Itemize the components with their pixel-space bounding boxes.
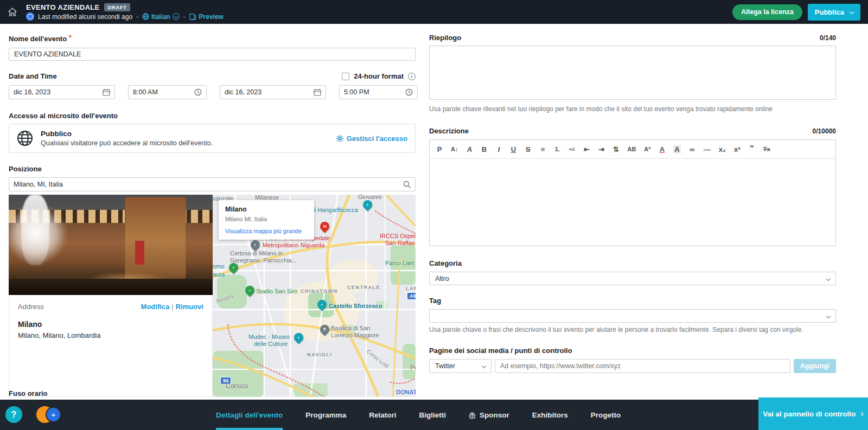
info-icon[interactable]: i bbox=[408, 73, 416, 80]
location-search-field[interactable] bbox=[9, 177, 416, 191]
decrease-indent-icon[interactable]: ⇤ bbox=[583, 145, 590, 153]
event-title: EVENTO AZIENDALE bbox=[26, 3, 100, 11]
draft-status-badge: DRAFT bbox=[104, 3, 131, 11]
start-date-field[interactable] bbox=[9, 85, 115, 99]
add-social-button[interactable]: Aggiungi bbox=[794, 359, 836, 373]
description-label: Descrizione bbox=[429, 127, 469, 135]
map-label-poi: omo bbox=[213, 263, 224, 269]
map-label-area: NAVIGLI bbox=[307, 352, 332, 357]
social-network-select[interactable]: Twitter bbox=[429, 359, 492, 373]
map-label-area: CENTRALE bbox=[347, 285, 380, 290]
sponsor-icon bbox=[469, 412, 476, 419]
editor-toolbar: P A↕ A B I U S ≡ 1. •≡ ⇤ ⇥ ⇅ AB Aª A A ∞… bbox=[430, 140, 835, 159]
address-full: Milano, Milano, Lombardia bbox=[18, 331, 203, 339]
horizontal-rule-icon[interactable]: — bbox=[704, 145, 711, 153]
clear-format-icon[interactable]: Tx bbox=[763, 146, 770, 152]
calendar-icon bbox=[103, 88, 110, 96]
last-modified-text: Last modified alcuni secondi ago bbox=[38, 13, 132, 21]
clock-icon bbox=[194, 88, 202, 96]
strikethrough-icon[interactable]: S bbox=[525, 145, 531, 153]
map-label-hospital: San Raffae bbox=[385, 240, 415, 246]
datetime-label: Date and Time bbox=[9, 72, 57, 80]
map-label: Lorenzo Maggiore bbox=[331, 332, 379, 338]
globe-icon bbox=[17, 130, 33, 146]
tab-sponsors[interactable]: Sponsor bbox=[469, 400, 509, 430]
map-label-hospital: IRCCS Ospeda bbox=[380, 233, 416, 239]
attach-license-button[interactable]: Allega la licenza bbox=[732, 4, 802, 20]
language-chevron-icon bbox=[173, 13, 180, 20]
category-label: Categoria bbox=[429, 259, 836, 267]
bold-icon[interactable]: B bbox=[481, 145, 487, 153]
unordered-list-icon[interactable]: •≡ bbox=[569, 146, 575, 152]
superscript-icon[interactable]: x² bbox=[734, 145, 741, 153]
end-date-field[interactable] bbox=[220, 85, 326, 99]
preview-link[interactable]: Preview bbox=[189, 13, 224, 21]
map-label-area: CHINATOWN bbox=[301, 288, 338, 294]
text-wrap-icon[interactable]: AB bbox=[627, 146, 636, 152]
paragraph-format-icon[interactable]: P bbox=[436, 145, 443, 153]
footer-tabs: Dettagli dell'evento Programma Relatori … bbox=[216, 400, 621, 430]
remove-address-link[interactable]: Rimuovi bbox=[176, 303, 203, 311]
tab-exhibitors[interactable]: Exhibitors bbox=[532, 400, 568, 430]
map-label-area: LAMBR bbox=[406, 286, 416, 291]
tab-tickets[interactable]: Biglietti bbox=[419, 400, 446, 430]
chevron-down-icon bbox=[826, 313, 831, 318]
italic-icon[interactable]: I bbox=[495, 145, 502, 153]
tab-speakers[interactable]: Relatori bbox=[369, 400, 396, 430]
blockquote-icon[interactable]: ” bbox=[749, 144, 755, 154]
highlight-color-icon[interactable]: A bbox=[673, 145, 680, 153]
event-name-input[interactable] bbox=[9, 48, 416, 61]
tab-event-details[interactable]: Dettagli dell'evento bbox=[216, 400, 283, 430]
map-label-town: Corsico bbox=[226, 382, 248, 390]
social-url-input[interactable] bbox=[495, 359, 790, 373]
google-map[interactable]: Baranzate Milanese Giovanni lli HangarBi… bbox=[213, 195, 416, 397]
increase-indent-icon[interactable]: ⇥ bbox=[598, 145, 604, 153]
tags-select[interactable] bbox=[429, 309, 836, 323]
go-to-dashboard-button[interactable]: Vai al pannello di controllo › bbox=[758, 397, 868, 430]
align-icon[interactable]: ≡ bbox=[539, 145, 546, 153]
tags-label: Tag bbox=[429, 297, 836, 305]
subscript-icon[interactable]: x₂ bbox=[719, 145, 726, 153]
top-bar: EVENTO AZIENDALE DRAFT Last modified alc… bbox=[0, 0, 868, 24]
manage-access-link[interactable]: Gestisci l'accesso bbox=[336, 134, 407, 143]
add-user-button[interactable]: + bbox=[46, 407, 61, 422]
view-larger-map-link[interactable]: Visualizza mappa più grande bbox=[225, 228, 308, 234]
font-size-icon[interactable]: A↕ bbox=[451, 146, 458, 152]
access-card: Pubblico Qualsiasi visitatore può accede… bbox=[9, 124, 416, 153]
description-content[interactable] bbox=[430, 159, 835, 246]
home-icon[interactable] bbox=[5, 5, 20, 19]
access-type: Pubblico bbox=[41, 130, 213, 138]
chevron-down-icon bbox=[826, 276, 831, 280]
map-label: Garegnano. Parrocchia... bbox=[230, 257, 297, 264]
24-hour-format-checkbox[interactable] bbox=[342, 73, 349, 80]
tags-hint: Usa parole chiave o frasi che descrivono… bbox=[429, 326, 836, 333]
globe-icon bbox=[142, 13, 149, 20]
font-family-icon[interactable]: A bbox=[466, 145, 473, 153]
ordered-list-icon[interactable]: 1. bbox=[554, 146, 560, 152]
gear-icon bbox=[336, 135, 343, 142]
help-button[interactable]: ? bbox=[5, 406, 22, 423]
map-label: Basilica di San bbox=[331, 325, 370, 331]
language-selector[interactable]: Italian bbox=[142, 13, 180, 21]
address-label: Address bbox=[18, 303, 44, 311]
tab-agenda[interactable]: Programma bbox=[305, 400, 346, 430]
end-time-field[interactable] bbox=[339, 85, 418, 99]
category-select[interactable]: Altro bbox=[429, 272, 836, 285]
bottom-bar: ? + Dettagli dell'evento Programma Relat… bbox=[0, 400, 868, 430]
start-time-field[interactable] bbox=[128, 85, 207, 99]
link-icon[interactable]: ∞ bbox=[689, 145, 695, 153]
publish-button[interactable]: Pubblica bbox=[808, 4, 860, 21]
address-card: Address Modifica|Rimuovi Milano Milano, … bbox=[9, 295, 213, 397]
map-label-poi: lli HangarBicocca bbox=[312, 207, 358, 213]
chevron-down-icon bbox=[482, 364, 486, 368]
edit-address-link[interactable]: Modifica bbox=[141, 303, 170, 311]
summary-textarea[interactable] bbox=[429, 46, 836, 100]
access-description: Qualsiasi visitatore può accedere al mic… bbox=[41, 139, 213, 147]
underline-icon[interactable]: U bbox=[510, 145, 516, 153]
font-color-icon[interactable]: A bbox=[659, 145, 665, 153]
line-spacing-icon[interactable]: ⇅ bbox=[612, 145, 619, 153]
search-icon[interactable] bbox=[403, 181, 411, 188]
text-case-icon[interactable]: Aª bbox=[644, 146, 650, 152]
event-setup-page: EVENTO AZIENDALE DRAFT Last modified alc… bbox=[0, 0, 868, 430]
tab-design[interactable]: Progetto bbox=[591, 400, 621, 430]
